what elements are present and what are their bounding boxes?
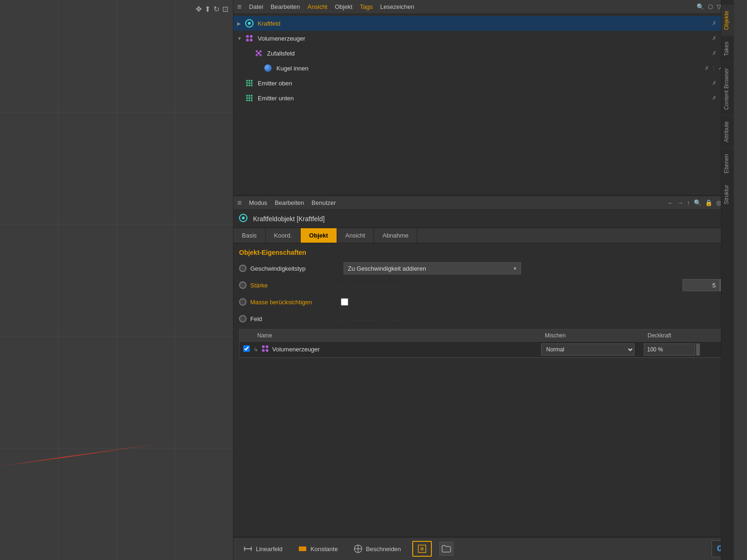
- side-tab-ebenen[interactable]: Ebenen: [721, 148, 734, 179]
- svg-point-24: [246, 99, 248, 101]
- top-menu-icon[interactable]: ≡: [237, 3, 241, 11]
- object-row-emitter-unten[interactable]: Emitter unten ✗ ⋮ ✓: [233, 91, 734, 105]
- field-vol-icon: [261, 344, 269, 354]
- dropdown-geschwindigkeitstyp[interactable]: Zu Geschwindigkeit addieren Geschwindigk…: [344, 262, 521, 274]
- icon-kugel-innen: [263, 63, 273, 73]
- control-geschwindigkeitstyp[interactable]: Zu Geschwindigkeit addieren Geschwindigk…: [344, 262, 521, 274]
- attr-content: Objekt-Eigenschaften Geschwindigkeitstyp…: [233, 243, 734, 537]
- row-vol-name: Volumenerzeuger: [272, 346, 320, 353]
- forward-icon[interactable]: →: [677, 199, 684, 206]
- row-checkbox[interactable]: [243, 345, 250, 352]
- input-staerke[interactable]: [683, 279, 720, 291]
- svg-point-22: [248, 97, 250, 99]
- up-icon[interactable]: ↑: [687, 199, 691, 206]
- object-row-emitter-oben[interactable]: Emitter oben ✗ ⋮ ✓: [233, 76, 734, 91]
- viewport-toolbar: ✥ ⬆ ↻ ⊡: [196, 5, 228, 14]
- checkbox-masse[interactable]: [341, 298, 348, 306]
- control-masse: [341, 298, 348, 306]
- label-staerke: Stärke: [250, 282, 334, 289]
- object-row-kraftfeld[interactable]: ▶ Kraftfeld ✗ ⋮ ✓: [233, 16, 734, 31]
- menu-datei[interactable]: Datei: [249, 3, 263, 10]
- tab-abnahme[interactable]: Abnahme: [374, 228, 417, 243]
- filter-icon[interactable]: ⬡: [708, 3, 713, 10]
- attr-menu-icon[interactable]: ≡: [237, 199, 241, 207]
- dots-feld: . . . . . . . . . . . . . . .: [334, 316, 728, 322]
- svg-point-5: [260, 50, 262, 53]
- svg-point-21: [246, 97, 248, 99]
- btn-folder[interactable]: [439, 542, 453, 556]
- side-tab-content-browser[interactable]: Content Browser: [721, 62, 734, 115]
- side-tab-objekte[interactable]: Objekte: [721, 5, 734, 35]
- btn-active-icon[interactable]: [412, 541, 432, 557]
- radio-feld[interactable]: [239, 315, 247, 322]
- viewport: ✥ ⬆ ↻ ⊡: [0, 0, 233, 560]
- svg-point-11: [251, 80, 253, 82]
- svg-point-26: [251, 99, 253, 101]
- name-emitter-oben: Emitter oben: [258, 80, 710, 87]
- side-tab-struktur[interactable]: Struktur: [721, 179, 734, 210]
- radio-geschwindigkeitstyp[interactable]: [239, 265, 247, 272]
- back-icon[interactable]: ←: [668, 199, 674, 206]
- menu-lesezeichen[interactable]: Lesezeichen: [380, 3, 414, 10]
- object-manager: ▶ Kraftfeld ✗ ⋮ ✓ ▼: [233, 14, 734, 196]
- side-tab-attribute[interactable]: Attribute: [721, 115, 734, 148]
- search-icon[interactable]: 🔍: [697, 3, 704, 10]
- expand-kraftfeld[interactable]: ▶: [237, 21, 243, 26]
- row-opacity: [644, 343, 728, 356]
- svg-point-23: [251, 97, 253, 99]
- svg-point-4: [256, 50, 258, 53]
- attr-menu-modus[interactable]: Modus: [249, 199, 267, 206]
- mix-dropdown[interactable]: Normal Addieren Multiplizieren: [541, 343, 634, 356]
- btn-beschneiden[interactable]: Beschneiden: [349, 542, 405, 556]
- svg-point-1: [250, 35, 253, 38]
- svg-point-20: [251, 95, 253, 97]
- btn-linearfeld[interactable]: Linearfeld: [239, 542, 286, 556]
- radio-masse[interactable]: [239, 298, 247, 306]
- lock-icon[interactable]: 🔒: [705, 199, 712, 206]
- svg-point-9: [246, 80, 248, 82]
- btn-konstante-label: Konstante: [310, 546, 338, 553]
- tab-ansicht[interactable]: Ansicht: [337, 228, 374, 243]
- label-geschwindigkeitstyp: Geschwindigkeitstyp: [250, 265, 334, 272]
- object-row-volumenerzeuger[interactable]: ▼ Volumenerzeuger ✗ ⋮ ✓: [233, 31, 734, 46]
- tab-basis[interactable]: Basis: [233, 228, 266, 243]
- tab-objekt[interactable]: Objekt: [301, 228, 337, 243]
- side-tabs: Objekte Takes Content Browser Attribute …: [721, 0, 734, 560]
- move-icon[interactable]: ✥: [196, 5, 202, 14]
- radio-staerke[interactable]: [239, 281, 247, 289]
- attr-menu-bearbeiten[interactable]: Bearbeiten: [275, 199, 304, 206]
- svg-rect-34: [299, 546, 306, 551]
- frame-icon[interactable]: ⊡: [222, 5, 228, 14]
- icon-volumenerzeuger: [245, 34, 254, 43]
- svg-point-29: [262, 349, 265, 352]
- tab-koord[interactable]: Koord.: [266, 228, 301, 243]
- svg-point-10: [248, 80, 250, 82]
- expand-volumenerzeuger[interactable]: ▼: [237, 36, 243, 41]
- menu-bearbeiten[interactable]: Bearbeiten: [271, 3, 300, 10]
- menu-objekt[interactable]: Objekt: [335, 3, 352, 10]
- icon-emitter-unten: [245, 93, 254, 103]
- menu-tags[interactable]: Tags: [360, 3, 373, 10]
- label-masse: Masse berücksichtigen: [250, 299, 334, 306]
- attr-menu-benutzer[interactable]: Benutzer: [311, 199, 336, 206]
- btn-konstante[interactable]: Konstante: [294, 542, 342, 556]
- svg-point-18: [246, 95, 248, 97]
- up-icon[interactable]: ⬆: [204, 5, 211, 14]
- svg-point-6: [256, 54, 258, 56]
- col-name: Name: [254, 332, 541, 339]
- side-tab-takes[interactable]: Takes: [721, 35, 734, 62]
- row-mix[interactable]: Normal Addieren Multiplizieren: [541, 343, 644, 356]
- bottom-toolbar: Linearfeld Konstante Bes: [233, 537, 734, 560]
- svg-point-8: [260, 54, 262, 56]
- attribute-panel: ≡ Modus Bearbeiten Benutzer ← → ↑ 🔍 🔒 ◎ …: [233, 196, 734, 560]
- row-check[interactable]: [240, 345, 254, 353]
- svg-point-7: [258, 52, 260, 55]
- rotate-icon[interactable]: ↻: [213, 5, 219, 14]
- name-kugel-innen: Kugel innen: [276, 65, 703, 72]
- menu-ansicht[interactable]: Ansicht: [308, 3, 328, 10]
- object-row-zufallsfeld[interactable]: Zufallsfeld ✗ ⋮ ✓: [233, 46, 734, 61]
- object-row-kugel-innen[interactable]: Kugel innen ✗ ⋮ ✓: [233, 61, 734, 76]
- attr-search-icon[interactable]: 🔍: [694, 199, 701, 206]
- opacity-input[interactable]: [644, 343, 695, 356]
- object-list: ▶ Kraftfeld ✗ ⋮ ✓ ▼: [233, 14, 734, 195]
